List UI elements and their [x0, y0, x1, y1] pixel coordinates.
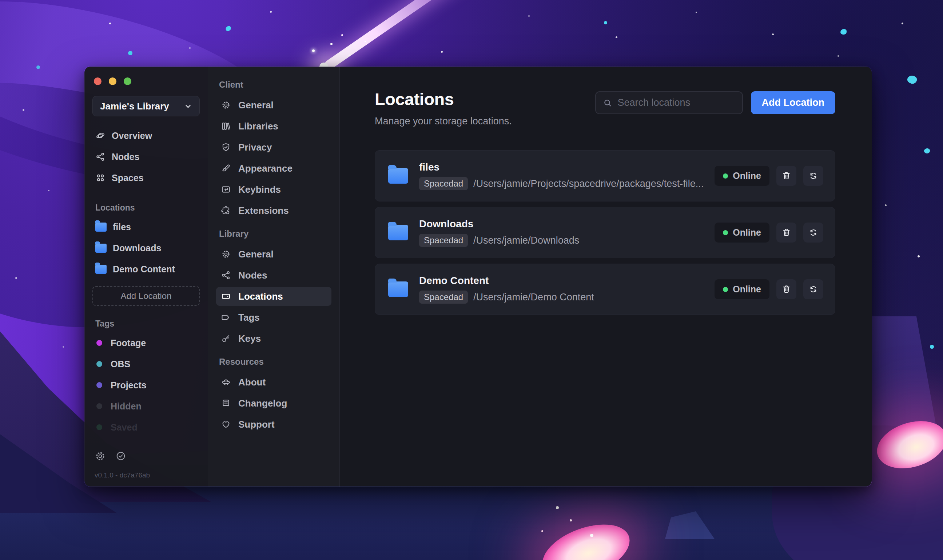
location-path: /Users/jamie/Downloads — [473, 235, 579, 246]
ufo-icon — [221, 377, 231, 387]
gear-icon[interactable] — [95, 451, 106, 462]
delete-location-button[interactable] — [777, 279, 797, 299]
search-input[interactable] — [618, 97, 747, 108]
sidebar-tag-hidden[interactable]: Hidden — [92, 397, 200, 415]
settings-item-label: Nodes — [238, 270, 267, 281]
zoom-window-button[interactable] — [124, 77, 131, 85]
settings-item-tags[interactable]: Tags — [216, 308, 331, 327]
settings-item-locations[interactable]: Locations — [216, 287, 331, 306]
gear-icon — [221, 249, 231, 259]
spark — [541, 530, 543, 532]
rescan-location-button[interactable] — [803, 166, 823, 186]
status-badge: Online — [715, 166, 769, 186]
settings-item-label: Extensions — [238, 205, 289, 216]
location-actions: Online — [715, 223, 823, 243]
spark — [590, 534, 593, 537]
node-badge: Spacedad — [419, 234, 468, 247]
sidebar-item-label: files — [113, 222, 131, 232]
sidebar-nav: Overview Nodes Spaces — [92, 126, 200, 190]
settings-item-label: General — [238, 100, 274, 111]
delete-location-button[interactable] — [777, 166, 797, 186]
sidebar-location-files[interactable]: files — [92, 218, 200, 236]
sidebar-section-locations: Locations — [95, 203, 200, 213]
star — [885, 205, 887, 206]
delete-location-button[interactable] — [777, 223, 797, 243]
window-controls — [92, 75, 200, 85]
planet-icon — [95, 131, 105, 141]
tag-label: OBS — [111, 359, 130, 369]
online-dot — [723, 230, 728, 235]
library-switcher[interactable]: Jamie's Library — [92, 96, 200, 116]
star — [365, 41, 366, 42]
sidebar-item-label: Demo Content — [113, 264, 175, 275]
settings-item-changelog[interactable]: Changelog — [216, 394, 331, 413]
settings-item-client-general[interactable]: General — [216, 95, 331, 115]
library-name: Jamie's Library — [100, 101, 183, 112]
settings-item-label: Libraries — [238, 121, 278, 132]
star — [15, 277, 17, 279]
screen: Jamie's Library Overview Nodes — [0, 0, 943, 560]
online-dot — [723, 174, 728, 178]
sidebar-tag-projects[interactable]: Projects — [92, 376, 200, 394]
sidebar-add-location-button[interactable]: Add Location — [92, 286, 200, 306]
settings-item-extensions[interactable]: Extensions — [216, 201, 331, 220]
settings-item-library-nodes[interactable]: Nodes — [216, 266, 331, 285]
minimize-window-button[interactable] — [109, 77, 116, 85]
settings-item-keybinds[interactable]: Keybinds — [216, 180, 331, 199]
sidebar-location-downloads[interactable]: Downloads — [92, 239, 200, 257]
sidebar-tag-obs[interactable]: OBS — [92, 355, 200, 373]
folder-icon — [388, 225, 408, 240]
location-card-demo-content[interactable]: Demo Content Spacedad /Users/jamie/Demo … — [375, 264, 835, 315]
teal-dot — [36, 65, 40, 69]
sidebar-tag-saved[interactable]: Saved — [92, 418, 200, 436]
sidebar-location-demo-content[interactable]: Demo Content — [92, 260, 200, 278]
settings-item-keys[interactable]: Keys — [216, 329, 331, 348]
teal-dot — [930, 345, 934, 349]
star — [441, 51, 443, 53]
spark — [570, 519, 572, 522]
rescan-location-button[interactable] — [803, 223, 823, 243]
settings-item-privacy[interactable]: Privacy — [216, 138, 331, 157]
sidebar-item-label: Downloads — [113, 243, 161, 254]
add-location-button[interactable]: Add Location — [751, 91, 835, 114]
settings-item-library-general[interactable]: General — [216, 245, 331, 264]
location-actions: Online — [715, 166, 823, 186]
star — [48, 190, 49, 191]
heart-icon — [221, 419, 231, 429]
status-badge: Online — [715, 279, 769, 299]
node-badge: Spacedad — [419, 177, 468, 190]
sidebar-item-spaces[interactable]: Spaces — [92, 169, 200, 187]
location-actions: Online — [715, 279, 823, 299]
sidebar-item-overview[interactable]: Overview — [92, 126, 200, 145]
sidebar-item-nodes[interactable]: Nodes — [92, 148, 200, 166]
settings-item-support[interactable]: Support — [216, 415, 331, 434]
check-circle-icon[interactable] — [116, 451, 126, 462]
sidebar: Jamie's Library Overview Nodes — [85, 66, 208, 486]
tag-icon — [221, 312, 231, 323]
rescan-location-button[interactable] — [803, 279, 823, 299]
sidebar-tag-footage[interactable]: Footage — [92, 334, 200, 352]
star — [772, 34, 774, 35]
sidebar-item-label: Overview — [112, 131, 152, 141]
header-actions: Add Location — [595, 91, 835, 114]
folder-icon — [388, 282, 408, 297]
close-window-button[interactable] — [94, 77, 102, 85]
settings-item-about[interactable]: About — [216, 373, 331, 392]
search-box[interactable] — [595, 91, 743, 114]
settings-item-label: Privacy — [238, 142, 272, 153]
location-path: /Users/jamie/Demo Content — [473, 292, 594, 303]
tag-label: Footage — [111, 338, 146, 348]
location-info: Demo Content Spacedad /Users/jamie/Demo … — [419, 275, 594, 304]
settings-item-appearance[interactable]: Appearance — [216, 159, 331, 178]
folder-icon — [95, 265, 106, 274]
teal-dot — [924, 148, 930, 154]
tag-label: Saved — [111, 422, 137, 433]
location-name: files — [419, 162, 704, 173]
settings-section-resources: Resources — [219, 357, 331, 367]
location-info: files Spacedad /Users/jamie/Projects/spa… — [419, 162, 704, 190]
title-block: Locations Manage your storage locations. — [375, 89, 512, 127]
settings-item-libraries[interactable]: Libraries — [216, 117, 331, 135]
node-badge: Spacedad — [419, 291, 468, 304]
location-card-files[interactable]: files Spacedad /Users/jamie/Projects/spa… — [375, 150, 835, 202]
location-card-downloads[interactable]: Downloads Spacedad /Users/jamie/Download… — [375, 207, 835, 258]
